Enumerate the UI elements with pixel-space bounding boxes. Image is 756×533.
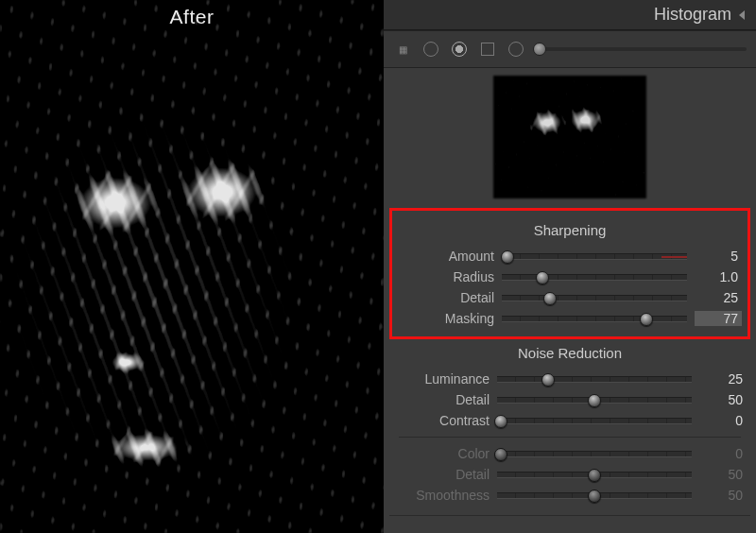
slider-label: Smoothness (393, 488, 490, 503)
slider-value[interactable]: 5 (695, 249, 742, 264)
noise-smoothness-row: Smoothness 50 (389, 485, 750, 506)
noise-luminance-row: Luminance 25 (389, 369, 750, 389)
slider-knob-icon[interactable] (640, 313, 653, 326)
sharpening-highlight-annotation: Sharpening Amount 5 Radius 1.0 (389, 208, 750, 339)
sharpening-detail-slider[interactable] (502, 295, 687, 301)
sharpening-detail-row: Detail 25 (394, 287, 746, 308)
sharpening-radius-row: Radius 1.0 (394, 266, 746, 287)
slider-knob-icon[interactable] (494, 448, 507, 461)
slider-knob-icon[interactable] (536, 271, 549, 284)
slider-label: Luminance (393, 371, 490, 387)
sharpening-amount-slider[interactable] (502, 253, 687, 260)
graduated-filter-tool-icon[interactable] (478, 40, 497, 59)
slider-value[interactable]: 1.0 (695, 269, 742, 284)
noise-color-slider[interactable] (497, 451, 692, 457)
detail-preview-area (384, 68, 756, 208)
slider-knob-icon[interactable] (588, 469, 601, 482)
slider-value[interactable]: 50 (699, 392, 747, 407)
noise-detail-row: Detail 50 (389, 389, 750, 410)
slider-knob-icon[interactable] (588, 394, 601, 407)
noise-contrast-slider[interactable] (497, 418, 692, 424)
detail-preview-thumbnail[interactable] (493, 76, 646, 198)
slider-value[interactable]: 50 (699, 488, 747, 503)
slider-label: Radius (398, 269, 494, 284)
slider-label: Detail (393, 467, 490, 482)
spot-removal-tool-icon[interactable] (421, 40, 440, 59)
noise-luminance-slider[interactable] (497, 376, 692, 383)
preview-image (0, 0, 384, 533)
detail-panel: Sharpening Amount 5 Radius 1.0 (384, 208, 756, 533)
sharpening-masking-slider[interactable] (502, 316, 687, 322)
histogram-title: Histogram (654, 5, 731, 25)
noise-reduction-title: Noise Reduction (389, 345, 750, 361)
slider-label: Masking (398, 311, 494, 326)
slider-value[interactable]: 25 (695, 290, 742, 305)
noise-reduction-group: Noise Reduction Luminance 25 Detail 50 C… (389, 345, 750, 516)
develop-right-panel: Histogram ▦ Sharpening Amount 5 (384, 0, 756, 533)
toolstrip: ▦ (384, 30, 756, 68)
slider-label: Color (393, 446, 490, 461)
sharpening-radius-slider[interactable] (502, 274, 687, 281)
slider-value[interactable]: 0 (699, 446, 747, 461)
slider-value[interactable]: 25 (699, 371, 747, 387)
preview-pane: After (0, 0, 384, 533)
noise-contrast-row: Contrast 0 (389, 410, 750, 431)
toolstrip-slider[interactable] (535, 47, 747, 51)
noise-color-detail-row: Detail 50 (389, 464, 750, 485)
slider-knob-icon[interactable] (543, 292, 557, 305)
sharpening-amount-row: Amount 5 (394, 246, 746, 266)
slider-label: Contrast (393, 413, 490, 428)
noise-color-row: Color 0 (389, 443, 750, 464)
slider-label: Detail (398, 290, 494, 305)
slider-value[interactable]: 50 (699, 467, 747, 482)
sharpening-title: Sharpening (394, 222, 746, 238)
slider-value[interactable]: 77 (695, 311, 742, 326)
panel-collapse-triangle-icon[interactable] (739, 10, 745, 20)
slider-knob-icon[interactable] (501, 250, 514, 264)
noise-detail-slider[interactable] (497, 397, 692, 404)
slider-knob-icon[interactable] (541, 373, 555, 387)
histogram-panel-header[interactable]: Histogram (384, 0, 756, 30)
slider-value[interactable]: 0 (699, 413, 747, 428)
crop-tool-icon[interactable]: ▦ (393, 40, 412, 59)
slider-knob-icon[interactable] (588, 490, 601, 503)
slider-label: Amount (398, 249, 494, 264)
slider-red-range (662, 256, 687, 258)
noise-smoothness-slider[interactable] (497, 492, 692, 499)
slider-knob-icon[interactable] (494, 415, 507, 428)
slider-label: Detail (393, 392, 490, 407)
radial-filter-tool-icon[interactable] (507, 40, 525, 59)
noise-color-detail-slider[interactable] (497, 472, 692, 478)
sharpening-masking-row: Masking 77 (394, 308, 746, 329)
divider (399, 437, 741, 438)
preview-mode-label: After (170, 6, 215, 28)
redeye-tool-icon[interactable] (450, 40, 469, 59)
